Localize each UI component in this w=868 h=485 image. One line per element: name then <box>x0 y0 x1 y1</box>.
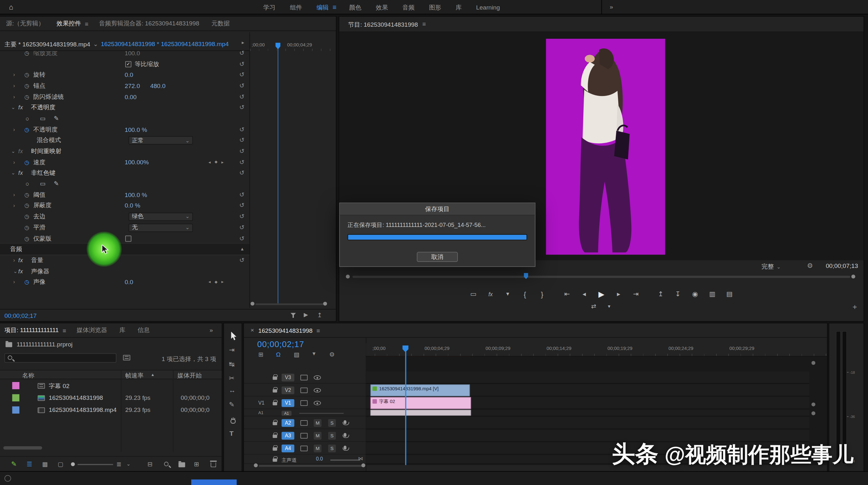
workspace-learning[interactable]: Learning <box>469 4 507 10</box>
track-header-a4[interactable]: A4 M S <box>244 443 366 454</box>
v-scroll-handle[interactable] <box>811 361 815 365</box>
solo-button[interactable]: S <box>328 432 336 439</box>
fx-toggle-icon[interactable]: fx <box>486 291 495 297</box>
h-scrollbar[interactable] <box>3 446 42 449</box>
ellipse-mask-icon[interactable]: ○ <box>25 115 29 122</box>
lock-icon[interactable] <box>273 376 277 380</box>
twirl-icon[interactable]: ⌄ <box>13 268 18 274</box>
playhead-line[interactable] <box>277 49 278 303</box>
step-back-icon[interactable]: ◂ <box>579 290 589 298</box>
track-output-icon[interactable] <box>301 420 308 426</box>
comparison-view-icon[interactable]: ▥ <box>707 290 717 298</box>
status-icon[interactable] <box>4 475 11 482</box>
reset-icon[interactable]: ↺ <box>239 213 244 220</box>
lock-icon[interactable] <box>273 458 277 461</box>
pen-mask-icon[interactable]: ✎ <box>54 115 59 122</box>
sort-icon[interactable]: ≣ <box>116 460 121 468</box>
next-keyframe-icon[interactable]: ▸ <box>221 279 224 284</box>
reset-icon[interactable]: ↺ <box>239 224 244 231</box>
add-marker-icon[interactable]: ▼ <box>503 291 513 297</box>
ripple-edit-tool[interactable]: ↹ <box>229 360 235 368</box>
freeform-view-icon[interactable]: ▢ <box>58 460 63 468</box>
hand-tool[interactable] <box>229 416 237 424</box>
stopwatch-icon[interactable]: ◷ <box>25 94 29 100</box>
lock-icon[interactable] <box>273 434 277 437</box>
param-row-opacity[interactable]: › ◷ 不透明度 100.0 % ↺ <box>0 124 249 135</box>
lock-icon[interactable] <box>273 402 277 405</box>
stopwatch-icon[interactable]: ◷ <box>25 279 29 285</box>
list-view-icon[interactable]: ☰ <box>27 460 32 468</box>
stopwatch-icon[interactable]: ◷ <box>25 192 29 198</box>
program-title[interactable]: 节目: 1625309414831998 <box>348 20 418 29</box>
workspace-overflow-icon[interactable]: » <box>610 3 613 10</box>
effect-section-time-remap[interactable]: ⌄ fx 时间重映射 ↺ <box>0 146 249 156</box>
goto-in-icon[interactable]: ⇤ <box>562 290 572 298</box>
ellipse-mask-icon[interactable]: ○ <box>25 181 29 187</box>
fx-badge-icon[interactable]: fx <box>19 148 23 154</box>
play-audio-icon[interactable]: ▶ <box>304 312 308 318</box>
panel-menu-icon[interactable]: ≡ <box>316 327 324 334</box>
new-bin-icon[interactable] <box>179 462 185 467</box>
tab-sequence[interactable]: 1625309414831998 <box>244 327 319 334</box>
track-header-master[interactable]: 主声道 0.0 ⋈ <box>244 455 366 464</box>
param-value[interactable]: 0.0 <box>125 71 133 78</box>
track-label[interactable]: V3 <box>281 374 294 382</box>
panel-menu-icon[interactable]: ≡ <box>422 20 426 27</box>
panel-menu-icon[interactable]: ≡ <box>63 327 70 334</box>
param-value-x[interactable]: 272.0 <box>125 82 140 89</box>
mute-button[interactable]: M <box>314 445 321 452</box>
safe-margins-icon[interactable]: ▭ <box>468 290 478 298</box>
param-row-rotation[interactable]: › ◷ 旋转 0.0 ↺ <box>0 69 249 80</box>
prev-keyframe-icon[interactable]: ◂ <box>209 279 211 284</box>
track-output-icon[interactable] <box>301 388 308 393</box>
workspace-audio[interactable]: 音频 <box>395 3 422 11</box>
reset-icon[interactable]: ↺ <box>239 170 244 177</box>
master-clip-label[interactable]: 主要 * 1625309414831998.mp4 <box>4 40 90 49</box>
param-value[interactable]: 100.0 % <box>125 126 147 133</box>
stopwatch-icon[interactable]: ◷ <box>25 83 29 89</box>
effect-section-non-red-key[interactable]: ⌄ fx 非红色键 ↺ <box>0 168 249 178</box>
reset-icon[interactable]: ↺ <box>239 148 244 155</box>
item-name[interactable]: 字幕 02 <box>49 382 69 390</box>
goto-out-icon[interactable]: ⇥ <box>631 290 641 298</box>
effect-row-volume[interactable]: › fx 音量 ↺ <box>0 254 249 265</box>
subtitle-clip[interactable]: 字幕 02 <box>370 397 471 409</box>
rect-mask-icon[interactable]: ▭ <box>40 180 46 187</box>
home-icon[interactable]: ⌂ <box>9 3 13 11</box>
track-output-icon[interactable] <box>301 446 308 451</box>
reset-icon[interactable]: ↺ <box>239 104 244 111</box>
current-timecode[interactable]: 00;00;02;17 <box>4 312 36 319</box>
effect-row-panner[interactable]: ⌄ fx 声像器 <box>0 266 249 276</box>
track-output-icon[interactable] <box>301 433 308 438</box>
collapse-up-icon[interactable]: ▲ <box>240 247 245 252</box>
master-gain-value[interactable]: 0.0 <box>316 456 323 461</box>
param-value-y[interactable]: 480.0 <box>150 82 165 89</box>
sort-arrow-icon[interactable]: ▲ <box>151 372 155 376</box>
button-editor-plus-icon[interactable]: + <box>852 302 857 311</box>
param-row-smoothing[interactable]: ◷ 平滑 无 ⌄ ↺ <box>0 222 249 233</box>
defringe-dropdown[interactable]: 绿色 ⌄ <box>129 213 193 221</box>
workspace-color[interactable]: 颜色 <box>342 3 369 11</box>
step-forward-icon[interactable]: ▸ <box>614 290 623 298</box>
workspace-learn[interactable]: 学习 <box>256 3 283 11</box>
export-frame-icon[interactable]: ◉ <box>690 290 700 298</box>
workspace-menu-icon[interactable]: ≡ <box>333 3 342 11</box>
param-value[interactable]: 0.0 % <box>125 203 141 209</box>
twirl-icon[interactable]: ⌄ <box>11 170 15 176</box>
slip-tool[interactable]: ↔ <box>229 387 236 394</box>
label-swatch[interactable] <box>12 394 20 401</box>
item-name[interactable]: 1625309414831998 <box>49 394 103 401</box>
writable-pencil-icon[interactable]: ✎ <box>11 460 17 468</box>
stopwatch-icon[interactable]: ◷ <box>25 159 29 165</box>
column-media-start[interactable]: 媒体开始 <box>177 371 202 380</box>
param-row-antiflicker[interactable]: › ◷ 防闪烁滤镜 0.00 ↺ <box>0 91 249 102</box>
v-scroll-handle[interactable] <box>811 402 815 406</box>
twirl-icon[interactable]: › <box>13 83 15 88</box>
solo-button[interactable]: S <box>328 419 336 427</box>
effect-mini-timeline[interactable]: ;00;00 00;00;04;29 <box>249 32 336 308</box>
param-value[interactable]: 100.0 % <box>125 191 147 198</box>
h-scroll-handle-left[interactable] <box>254 463 258 467</box>
h-scroll-handle-right[interactable] <box>361 463 365 467</box>
mark-out-icon[interactable]: } <box>537 290 547 298</box>
workspace-edit[interactable]: 编辑 <box>309 3 336 11</box>
